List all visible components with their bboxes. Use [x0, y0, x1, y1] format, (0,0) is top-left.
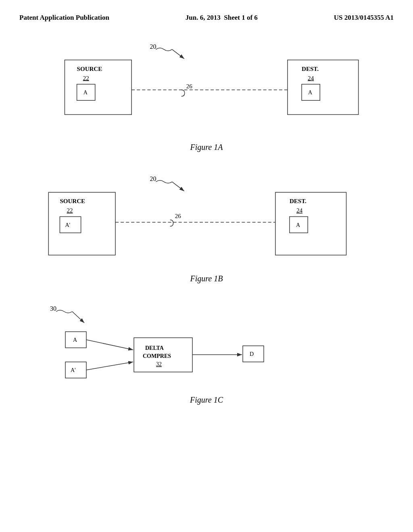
svg-text:SOURCE: SOURCE — [77, 66, 102, 72]
svg-line-39 — [86, 340, 133, 350]
ref20-label: 20 — [150, 43, 156, 50]
figure-1c-section: 30 A A' DELTA COMPRES 32 — [24, 299, 389, 405]
svg-text:22: 22 — [67, 207, 73, 214]
svg-text:32: 32 — [156, 361, 162, 367]
svg-text:A: A — [308, 89, 313, 96]
svg-text:20: 20 — [150, 175, 156, 182]
figure-1a-section: 20 SOURCE 22 A 26 — [24, 35, 389, 152]
page-header: Patent Application Publication Jun. 6, 2… — [0, 0, 413, 23]
svg-text:A: A — [296, 221, 300, 228]
svg-text:COMPRES: COMPRES — [143, 353, 171, 359]
svg-line-0 — [172, 49, 184, 58]
svg-text:A': A' — [65, 221, 70, 228]
svg-text:A: A — [83, 89, 88, 96]
svg-text:26: 26 — [186, 83, 193, 89]
svg-line-14 — [172, 182, 184, 191]
svg-rect-22 — [275, 192, 346, 255]
svg-text:DEST.: DEST. — [290, 198, 307, 204]
svg-text:26: 26 — [175, 213, 181, 219]
fig1b-diagram: 20 SOURCE 22 A' 26 DEST. — [24, 168, 389, 271]
svg-text:A': A' — [71, 367, 76, 373]
svg-rect-18 — [60, 216, 81, 233]
publication-title: Patent Application Publication — [19, 13, 109, 23]
svg-text:DEST.: DEST. — [302, 66, 319, 72]
svg-line-40 — [86, 362, 133, 370]
svg-text:DELTA: DELTA — [145, 345, 164, 351]
figure-1b-section: 20 SOURCE 22 A' 26 DEST. — [24, 168, 389, 283]
svg-text:SOURCE: SOURCE — [60, 198, 85, 204]
fig1a-diagram: 20 SOURCE 22 A 26 — [24, 35, 389, 139]
publication-number: US 2013/0145355 A1 — [334, 13, 394, 23]
svg-text:A: A — [73, 337, 77, 343]
svg-text:24: 24 — [296, 207, 303, 214]
svg-text:24: 24 — [308, 75, 314, 81]
svg-rect-8 — [288, 60, 359, 114]
main-content: 20 SOURCE 22 A 26 — [0, 23, 413, 429]
svg-rect-33 — [65, 362, 86, 378]
publication-date: Jun. 6, 2013 Sheet 1 of 6 — [186, 13, 258, 23]
svg-text:30: 30 — [50, 305, 56, 312]
svg-text:D: D — [250, 351, 254, 357]
fig1c-diagram: 30 A A' DELTA COMPRES 32 — [24, 299, 389, 392]
svg-line-30 — [72, 312, 84, 323]
fig1b-label: Figure 1B — [24, 274, 389, 283]
svg-text:22: 22 — [83, 75, 89, 81]
fig1a-label: Figure 1A — [24, 143, 389, 152]
fig1c-label: Figure 1C — [24, 395, 389, 405]
